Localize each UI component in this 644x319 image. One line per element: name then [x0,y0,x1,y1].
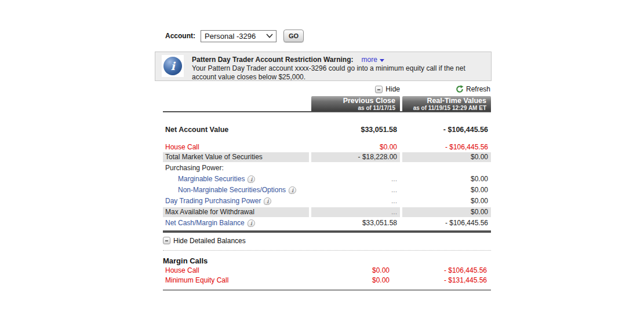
row-label[interactable]: Non-Marginable Securities/Options [178,185,286,195]
row-label-cell: Minimum Equity Call [163,276,309,285]
hide-button[interactable]: Hide [375,85,400,93]
row-label: Minimum Equity Call [165,276,228,285]
header-spacer [163,96,309,111]
warning-title: Pattern Day Trader Account Restriction W… [192,56,354,64]
account-label: Account: [165,32,195,40]
chevron-down-icon [266,34,273,38]
previous-close-value: - $18,228.00 [311,152,400,162]
row-label-cell: Non-Marginable Securities/Optionsi [163,185,309,195]
row-label-cell: Net Account Value [163,125,309,135]
previous-close-value [311,163,400,173]
refresh-button[interactable]: Refresh [456,85,490,93]
hide-detailed-label: Hide Detailed Balances [173,237,246,245]
balance-row: Purchasing Power: [163,163,491,173]
row-label: Max Available for Withdrawal [165,207,254,217]
triangle-down-icon [380,59,384,62]
row-label: Total Market Value of Securities [165,152,263,162]
balance-row: Marginable Securitiesi...$0.00 [163,174,491,184]
refresh-icon [456,85,464,93]
pdt-warning-banner: i Pattern Day Trader Account Restriction… [155,52,492,81]
info-icon: i [162,55,184,77]
balance-row: Non-Marginable Securities/Optionsi...$0.… [163,185,491,195]
bottom-divider [163,289,491,291]
account-selector-row: Account: Personal -3296 GO [165,30,304,42]
info-tooltip-icon[interactable]: i [264,197,271,205]
row-label: Net Account Value [165,125,228,135]
real-time-value: $0.00 [402,152,491,162]
column-header-previous-close: Previous Close as of 11/17/15 [311,96,400,111]
row-label: Purchasing Power: [165,163,224,173]
margin-call-row: Minimum Equity Call$0.00- $131,445.56 [163,276,491,285]
row-label: House Call [165,142,199,152]
row-label-cell: Net Cash/Margin Balancei [163,218,309,228]
balance-row: Max Available for Withdrawal...$0.00 [163,207,491,217]
table-controls-row: Hide Refresh [163,85,491,94]
hide-label: Hide [385,85,400,93]
previous-close-value: ... [311,185,400,195]
row-label-cell: Purchasing Power: [163,163,309,173]
real-time-value: - $106,445.56 [402,125,491,135]
previous-close-value: ... [311,207,400,217]
balance-row: Total Market Value of Securities- $18,22… [163,152,491,162]
real-time-value: - $106,445.56 [402,142,491,152]
balances-table-body: Net Account Value$33,051.58- $106,445.56… [163,125,491,228]
column-header-real-time: Real-Time Values as of 11/19/15 12:29 AM… [402,96,491,111]
info-tooltip-icon[interactable]: i [248,219,255,227]
warning-body: Your Pattern Day Trader account xxxx-329… [192,64,486,82]
minus-icon [375,86,383,93]
real-time-value: - $131,445.56 [402,276,491,285]
go-button[interactable]: GO [283,30,304,42]
more-link[interactable]: more [362,56,384,64]
account-select-value: Personal -3296 [205,32,256,41]
row-label-cell: Marginable Securitiesi [163,174,309,184]
row-label[interactable]: Marginable Securities [178,174,245,184]
previous-close-value: $0.00 [311,142,400,152]
previous-close-value: $0.00 [311,266,400,276]
refresh-label: Refresh [466,85,490,93]
balance-row: Net Account Value$33,051.58- $106,445.56 [163,125,491,135]
previous-close-value: $33,051.58 [311,218,400,228]
info-tooltip-icon[interactable]: i [289,186,296,194]
table-header-row: Previous Close as of 11/17/15 Real-Time … [163,96,491,112]
hide-detailed-balances-button[interactable]: Hide Detailed Balances [163,236,246,245]
info-tooltip-icon[interactable]: i [248,175,255,183]
balances-section: Hide Refresh Previous Close as of 11/17/… [163,85,491,291]
real-time-value: - $106,445.56 [402,266,491,276]
real-time-value: $0.00 [402,174,491,184]
previous-close-value: ... [311,174,400,184]
section-divider-bar [163,230,491,233]
balance-row: House Call$0.00- $106,445.56 [163,142,491,152]
row-label[interactable]: Day Trading Purchasing Power [165,196,261,206]
real-time-value: $0.00 [402,196,491,206]
balance-row: Net Cash/Margin Balancei$33,051.58- $106… [163,218,491,228]
row-label-cell: Total Market Value of Securities [163,152,309,162]
margin-calls-body: House Call$0.00- $106,445.56Minimum Equi… [163,266,491,285]
row-label: House Call [165,266,199,276]
row-label-cell: House Call [163,142,309,152]
margin-call-row: House Call$0.00- $106,445.56 [163,266,491,276]
dotted-divider [163,250,491,251]
account-balances-page: Account: Personal -3296 GO i Pattern Day… [0,0,644,319]
margin-calls-title: Margin Calls [163,256,491,266]
minus-icon [163,237,170,244]
row-label[interactable]: Net Cash/Margin Balance [165,218,245,228]
row-label-cell: House Call [163,266,309,276]
balance-row: Day Trading Purchasing Poweri...$0.00 [163,196,491,206]
warning-title-row: Pattern Day Trader Account Restriction W… [192,56,486,64]
previous-close-value: $0.00 [311,276,400,285]
real-time-value: $0.00 [402,185,491,195]
previous-close-value: ... [311,196,400,206]
real-time-value: - $106,445.56 [402,218,491,228]
real-time-value: $0.00 [402,207,491,217]
account-select[interactable]: Personal -3296 [201,30,276,42]
real-time-value [402,163,491,173]
row-label-cell: Day Trading Purchasing Poweri [163,196,309,206]
previous-close-value: $33,051.58 [311,125,400,135]
row-label-cell: Max Available for Withdrawal [163,207,309,217]
